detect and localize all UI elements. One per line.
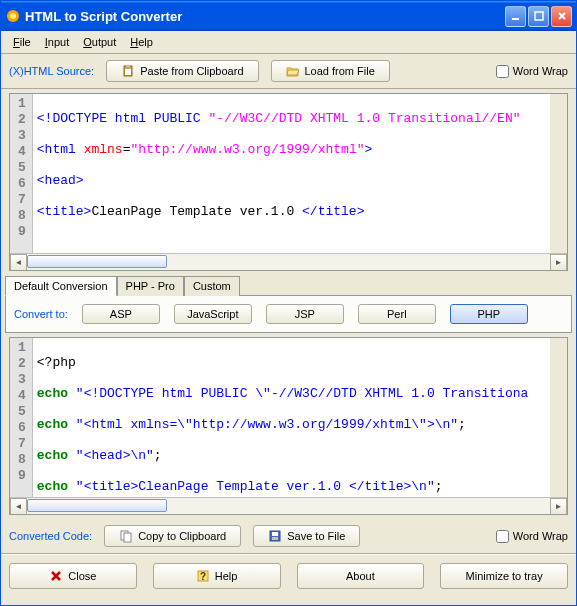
output-wordwrap[interactable]: Word Wrap — [496, 530, 568, 543]
copy-icon — [119, 529, 133, 543]
close-app-button[interactable]: Close — [9, 563, 137, 589]
minimize-tray-button[interactable]: Minimize to tray — [440, 563, 568, 589]
svg-rect-10 — [272, 532, 278, 536]
convert-asp-button[interactable]: ASP — [82, 304, 160, 324]
output-scrollbar-v[interactable] — [550, 338, 567, 497]
tab-custom[interactable]: Custom — [184, 276, 240, 296]
scroll-right-icon[interactable]: ► — [550, 254, 567, 271]
menu-help[interactable]: Help — [124, 34, 159, 50]
paste-clipboard-button[interactable]: Paste from Clipboard — [106, 60, 258, 82]
menu-input[interactable]: Input — [39, 34, 75, 50]
folder-open-icon — [286, 64, 300, 78]
x-icon — [49, 569, 63, 583]
svg-rect-8 — [124, 533, 131, 542]
about-button[interactable]: About — [297, 563, 425, 589]
source-code[interactable]: <!DOCTYPE html PUBLIC "-//W3C//DTD XHTML… — [33, 94, 550, 253]
help-button[interactable]: ? Help — [153, 563, 281, 589]
menu-output[interactable]: Output — [77, 34, 122, 50]
about-label: About — [346, 570, 375, 582]
output-code[interactable]: <?php echo "<!DOCTYPE html PUBLIC \"-//W… — [33, 338, 550, 497]
convert-row: Convert to: ASP JavaScript JSP Perl PHP — [5, 295, 572, 333]
load-label: Load from File — [305, 65, 375, 77]
tab-default[interactable]: Default Conversion — [5, 276, 117, 296]
conversion-tabs: Default Conversion PHP - Pro Custom — [1, 275, 576, 295]
tab-php-pro[interactable]: PHP - Pro — [117, 276, 184, 296]
close-label: Close — [68, 570, 96, 582]
svg-rect-11 — [272, 537, 278, 540]
output-wordwrap-label: Word Wrap — [513, 530, 568, 542]
copy-label: Copy to Clipboard — [138, 530, 226, 542]
output-toolbar: Converted Code: Copy to Clipboard Save t… — [1, 519, 576, 554]
scroll-left-icon[interactable]: ◄ — [10, 254, 27, 271]
source-label: (X)HTML Source: — [9, 65, 94, 77]
save-label: Save to File — [287, 530, 345, 542]
close-button[interactable] — [551, 6, 572, 27]
help-label: Help — [215, 570, 238, 582]
app-icon — [5, 8, 21, 24]
scroll-right-icon[interactable]: ► — [550, 498, 567, 515]
window-title: HTML to Script Converter — [25, 9, 503, 24]
save-file-button[interactable]: Save to File — [253, 525, 360, 547]
convert-js-button[interactable]: JavaScript — [174, 304, 252, 324]
convert-php-button[interactable]: PHP — [450, 304, 528, 324]
output-code-area[interactable]: 123456789 <?php echo "<!DOCTYPE html PUB… — [9, 337, 568, 515]
minimize-label: Minimize to tray — [466, 570, 543, 582]
source-gutter: 123456789 — [10, 94, 33, 253]
svg-rect-5 — [126, 65, 130, 67]
convert-jsp-button[interactable]: JSP — [266, 304, 344, 324]
output-label: Converted Code: — [9, 530, 92, 542]
source-toolbar: (X)HTML Source: Paste from Clipboard Loa… — [1, 54, 576, 89]
source-scrollbar-v[interactable] — [550, 94, 567, 253]
svg-rect-6 — [125, 69, 131, 75]
scroll-left-icon[interactable]: ◄ — [10, 498, 27, 515]
maximize-button[interactable] — [528, 6, 549, 27]
output-scrollbar-h[interactable]: ◄ ► — [10, 497, 567, 514]
copy-clipboard-button[interactable]: Copy to Clipboard — [104, 525, 241, 547]
clipboard-icon — [121, 64, 135, 78]
output-gutter: 123456789 — [10, 338, 33, 497]
convert-perl-button[interactable]: Perl — [358, 304, 436, 324]
titlebar[interactable]: HTML to Script Converter — [1, 1, 576, 31]
save-icon — [268, 529, 282, 543]
minimize-button[interactable] — [505, 6, 526, 27]
svg-point-1 — [10, 13, 16, 19]
svg-rect-3 — [535, 12, 543, 20]
svg-text:?: ? — [200, 571, 206, 582]
source-wordwrap-checkbox[interactable] — [496, 65, 509, 78]
menu-file[interactable]: File — [7, 34, 37, 50]
convert-label: Convert to: — [14, 308, 68, 320]
menubar: File Input Output Help — [1, 31, 576, 54]
bottom-buttons: Close ? Help About Minimize to tray — [1, 554, 576, 597]
load-file-button[interactable]: Load from File — [271, 60, 390, 82]
paste-label: Paste from Clipboard — [140, 65, 243, 77]
output-wordwrap-checkbox[interactable] — [496, 530, 509, 543]
source-wordwrap-label: Word Wrap — [513, 65, 568, 77]
source-wordwrap[interactable]: Word Wrap — [496, 65, 568, 78]
help-icon: ? — [196, 569, 210, 583]
svg-rect-2 — [512, 18, 519, 20]
source-code-area[interactable]: 123456789 <!DOCTYPE html PUBLIC "-//W3C/… — [9, 93, 568, 271]
source-scrollbar-h[interactable]: ◄ ► — [10, 253, 567, 270]
